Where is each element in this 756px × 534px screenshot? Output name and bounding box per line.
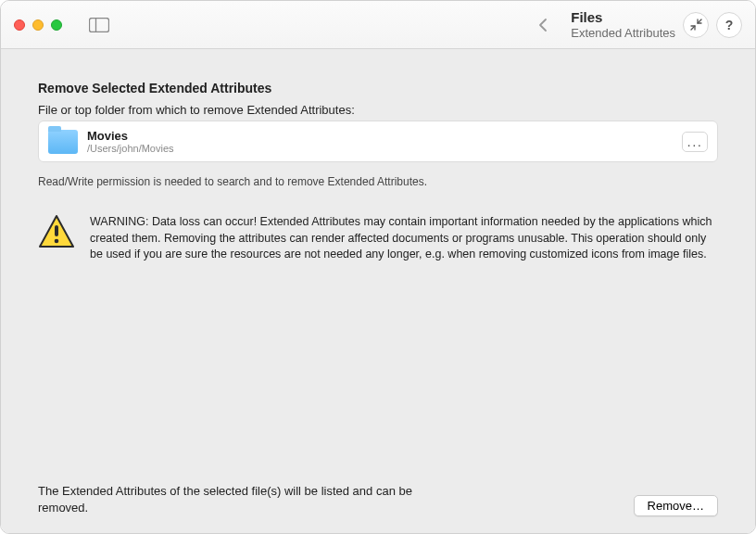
file-selection-card: Movies /Users/john/Movies ... xyxy=(38,121,718,162)
svg-rect-5 xyxy=(55,225,58,236)
footer-info: The Extended Attributes of the selected … xyxy=(38,483,436,516)
file-path: /Users/john/Movies xyxy=(87,143,673,154)
window-subtitle: Extended Attributes xyxy=(571,26,675,41)
minimize-window-button[interactable] xyxy=(32,19,44,31)
warning-row: WARNING: Data loss can occur! Extended A… xyxy=(38,214,718,263)
remove-button[interactable]: Remove… xyxy=(634,495,718,516)
permission-note: Read/Write permission is needed to searc… xyxy=(38,175,718,188)
warning-text: WARNING: Data loss can occur! Extended A… xyxy=(90,214,718,263)
ellipsis-icon: ... xyxy=(687,134,702,149)
file-prompt-label: File or top folder from which to remove … xyxy=(38,103,718,117)
footer: The Extended Attributes of the selected … xyxy=(38,483,718,516)
sidebar-icon xyxy=(89,18,109,32)
chevron-left-icon xyxy=(538,18,548,32)
title-stack: Files Extended Attributes xyxy=(571,9,675,41)
svg-point-6 xyxy=(55,239,59,244)
toggle-sidebar-button[interactable] xyxy=(82,12,116,38)
content-area: Remove Selected Extended Attributes File… xyxy=(1,49,755,534)
question-icon: ? xyxy=(725,18,734,32)
collapse-button[interactable] xyxy=(683,12,709,38)
window-title: Files xyxy=(571,9,675,26)
back-button[interactable] xyxy=(530,12,556,38)
section-title: Remove Selected Extended Attributes xyxy=(38,81,718,95)
file-name: Movies xyxy=(87,129,673,143)
file-info: Movies /Users/john/Movies xyxy=(87,129,673,154)
titlebar: Files Extended Attributes ? xyxy=(1,1,755,49)
warning-icon xyxy=(38,214,75,249)
zoom-window-button[interactable] xyxy=(51,19,62,31)
arrows-collapse-icon xyxy=(690,19,702,31)
window-controls xyxy=(14,19,62,31)
close-window-button[interactable] xyxy=(14,19,25,31)
svg-rect-0 xyxy=(90,18,109,32)
browse-button[interactable]: ... xyxy=(682,132,708,152)
help-button[interactable]: ? xyxy=(716,12,742,38)
folder-icon xyxy=(48,130,78,154)
